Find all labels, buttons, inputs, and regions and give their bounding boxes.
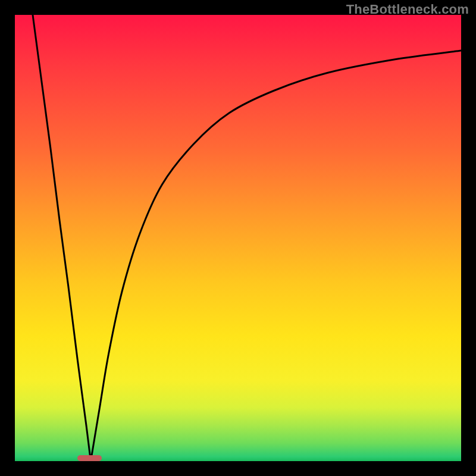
chart-frame: TheBottleneck.com [0, 0, 476, 476]
curve-layer [15, 15, 461, 461]
curve-path [33, 15, 461, 461]
highlight-bar [77, 455, 102, 461]
plot-area [15, 15, 461, 461]
